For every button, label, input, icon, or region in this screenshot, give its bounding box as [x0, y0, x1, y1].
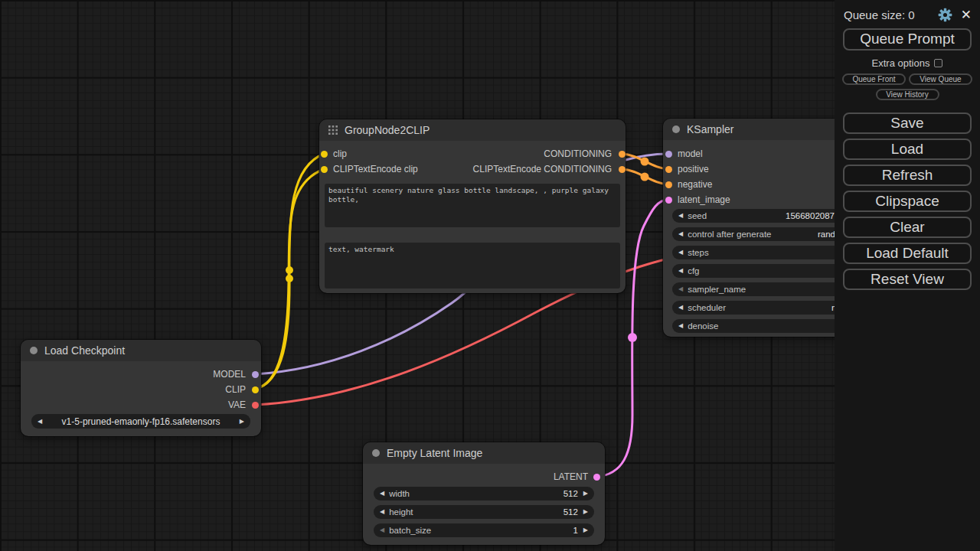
ckpt-name-value: v1-5-pruned-emaonly-fp16.safetensors: [42, 416, 240, 427]
node-empty-latent-image[interactable]: Empty Latent Image LATENT ◀ width 512 ▶ …: [363, 442, 605, 545]
queue-prompt-button[interactable]: Queue Prompt: [843, 28, 972, 51]
load-default-button[interactable]: Load Default: [843, 243, 972, 264]
decrement-icon[interactable]: ◀: [678, 323, 683, 329]
refresh-button[interactable]: Refresh: [843, 165, 972, 186]
input-port-cliptextencode-clip[interactable]: [321, 166, 328, 173]
settings-gear-icon[interactable]: [938, 8, 952, 22]
decrement-icon[interactable]: ◀: [380, 491, 384, 497]
node-title-bar[interactable]: GroupNode2CLIP: [319, 119, 626, 141]
node-title-bar[interactable]: Load Checkpoint: [21, 340, 261, 361]
output-port-cliptextencode-conditioning[interactable]: [619, 166, 626, 173]
output-label: LATENT: [554, 471, 588, 482]
decrement-icon[interactable]: ◀: [678, 305, 683, 311]
ckpt-name-widget[interactable]: ◀ v1-5-pruned-emaonly-fp16.safetensors ▶: [31, 414, 250, 429]
collapse-dot-icon[interactable]: [30, 347, 38, 354]
height-value: 512: [564, 507, 578, 517]
width-widget[interactable]: ◀ width 512 ▶: [374, 487, 594, 500]
input-label: CLIPTextEncode clip: [333, 164, 418, 174]
collapse-dot-icon[interactable]: [372, 449, 380, 457]
collapse-dot-icon[interactable]: [672, 126, 680, 133]
output-port-model[interactable]: [252, 371, 259, 378]
increment-icon[interactable]: ▶: [583, 509, 588, 515]
group-node-icon: [328, 126, 338, 135]
decrement-icon[interactable]: ◀: [678, 268, 683, 274]
extra-options-checkbox[interactable]: [934, 59, 942, 67]
load-button[interactable]: Load: [843, 139, 972, 160]
queue-size-label: Queue size: 0: [844, 8, 938, 21]
view-history-button[interactable]: View History: [876, 89, 939, 100]
decrement-icon[interactable]: ◀: [380, 527, 384, 533]
clear-button[interactable]: Clear: [843, 217, 972, 238]
view-queue-button[interactable]: View Queue: [909, 73, 972, 85]
input-label: model: [678, 148, 703, 159]
increment-icon[interactable]: ▶: [583, 527, 588, 533]
close-icon[interactable]: ✕: [961, 8, 972, 21]
node-groupnode2clip[interactable]: GroupNode2CLIP clip CLIPTextEncode clip …: [319, 119, 626, 293]
output-label: CONDITIONING: [544, 148, 612, 159]
batch-size-widget[interactable]: ◀ batch_size 1 ▶: [374, 523, 594, 537]
output-label: CLIP: [225, 384, 246, 395]
output-label: MODEL: [213, 369, 246, 380]
node-title: Load Checkpoint: [44, 344, 125, 357]
decrement-icon[interactable]: ◀: [380, 509, 384, 515]
comfyui-app: GroupNode2CLIP clip CLIPTextEncode clip …: [0, 0, 980, 551]
decrement-icon[interactable]: ◀: [678, 213, 683, 219]
save-button[interactable]: Save: [843, 112, 972, 134]
increment-icon[interactable]: ▶: [583, 491, 588, 497]
width-value: 512: [564, 489, 578, 498]
output-port-vae[interactable]: [252, 402, 259, 409]
input-label: negative: [678, 179, 712, 190]
output-label: CLIPTextEncode CONDITIONING: [473, 164, 612, 174]
node-load-checkpoint[interactable]: Load Checkpoint MODEL CLIP VAE ◀ v1-5-pr…: [21, 340, 261, 436]
decrement-icon[interactable]: ◀: [678, 249, 683, 256]
reset-view-button[interactable]: Reset View: [843, 269, 972, 290]
node-title: GroupNode2CLIP: [345, 124, 430, 136]
height-widget[interactable]: ◀ height 512 ▶: [374, 505, 594, 519]
queue-front-button[interactable]: Queue Front: [842, 73, 906, 85]
decrement-icon[interactable]: ◀: [678, 231, 683, 237]
extra-options-label: Extra options: [872, 57, 930, 69]
input-port-clip[interactable]: [321, 151, 328, 158]
input-label: clip: [333, 148, 347, 159]
input-port-latent-image[interactable]: [665, 197, 672, 204]
input-port-positive[interactable]: [665, 166, 672, 173]
input-port-negative[interactable]: [665, 181, 672, 188]
clipspace-button[interactable]: Clipspace: [843, 191, 972, 212]
node-title-bar[interactable]: Empty Latent Image: [363, 442, 605, 464]
input-port-model[interactable]: [665, 151, 672, 158]
input-label: positive: [678, 164, 709, 174]
positive-prompt-textarea[interactable]: beautiful scenery nature glass bottle la…: [325, 184, 620, 227]
output-label: VAE: [228, 399, 246, 410]
decrement-icon[interactable]: ◀: [678, 286, 683, 292]
output-port-clip[interactable]: [252, 386, 259, 393]
seed-value: 1566802087: [781, 211, 835, 220]
output-port-latent[interactable]: [593, 474, 600, 481]
node-title: Empty Latent Image: [387, 447, 482, 459]
input-label: latent_image: [678, 194, 730, 205]
negative-prompt-textarea[interactable]: text, watermark: [325, 243, 620, 289]
node-title: KSampler: [687, 123, 733, 135]
next-icon[interactable]: ▶: [240, 419, 244, 425]
output-port-conditioning[interactable]: [619, 151, 626, 158]
comfy-menu: Queue size: 0 ✕ Queue Prompt Extra optio…: [835, 0, 980, 551]
batch-size-value: 1: [573, 526, 577, 535]
